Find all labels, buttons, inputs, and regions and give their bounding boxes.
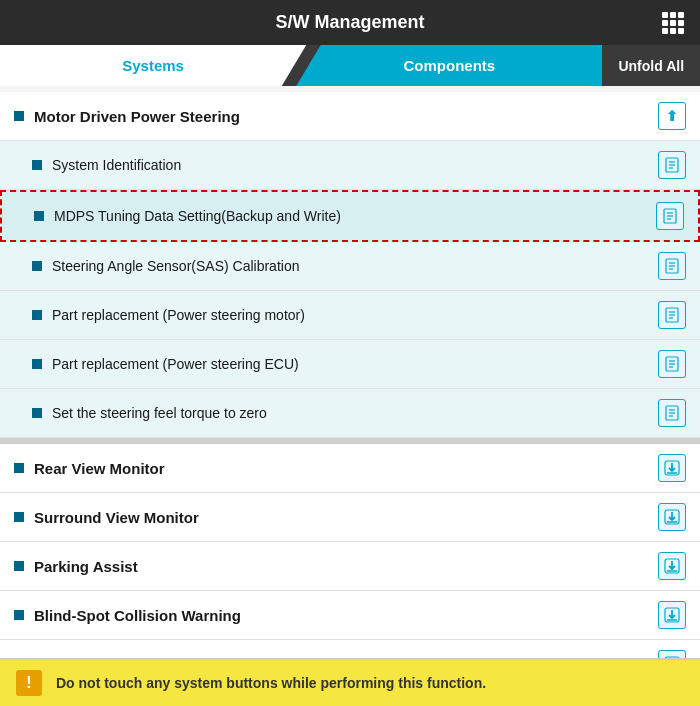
bullet-icon (32, 261, 42, 271)
item-label: MDPS Tuning Data Setting(Backup and Writ… (54, 208, 656, 224)
item-label: System Identification (52, 157, 658, 173)
list-item[interactable]: Blind-Spot Collision Warning (0, 591, 700, 640)
unfold-all-button[interactable]: Unfold All (602, 45, 700, 86)
item-label: Blind-Spot Collision Warning (34, 607, 658, 624)
warning-icon: ! (16, 670, 42, 696)
bullet-icon (14, 610, 24, 620)
item-label: Steering Angle Sensor(SAS) Calibration (52, 258, 658, 274)
doc-icon[interactable] (658, 399, 686, 427)
list-item[interactable]: Parking Assist (0, 542, 700, 591)
grid-icon[interactable] (662, 12, 684, 34)
item-label: Parking Assist (34, 558, 658, 575)
list-item[interactable]: Part replacement (Power steering ECU) (0, 340, 700, 389)
list-item[interactable]: Set the steering feel torque to zero (0, 389, 700, 438)
tab-bar: Systems Components Unfold All (0, 45, 700, 86)
download-icon[interactable] (658, 503, 686, 531)
bullet-icon (32, 310, 42, 320)
doc-icon[interactable] (658, 252, 686, 280)
download-icon[interactable] (658, 454, 686, 482)
tab-systems[interactable]: Systems (0, 45, 306, 86)
bullet-icon (32, 408, 42, 418)
list-item[interactable]: Part replacement (Power steering motor) (0, 291, 700, 340)
list-item[interactable]: Motor Driven Power Steering⬆ (0, 92, 700, 141)
item-label: Front View Camera (34, 656, 658, 659)
tab-components[interactable]: Components (296, 45, 602, 86)
item-label: Motor Driven Power Steering (34, 108, 658, 125)
svg-rect-36 (665, 657, 679, 658)
download-icon[interactable] (658, 552, 686, 580)
item-label: Set the steering feel torque to zero (52, 405, 658, 421)
bullet-icon (32, 359, 42, 369)
doc-icon[interactable] (658, 151, 686, 179)
bullet-icon (14, 111, 24, 121)
upload-icon[interactable]: ⬆ (658, 102, 686, 130)
list-item[interactable]: Rear View Monitor (0, 444, 700, 493)
item-label: Surround View Monitor (34, 509, 658, 526)
app-title: S/W Management (275, 12, 424, 33)
list-item[interactable]: Steering Angle Sensor(SAS) Calibration (0, 242, 700, 291)
list-item[interactable]: MDPS Tuning Data Setting(Backup and Writ… (0, 190, 700, 242)
bullet-icon (32, 160, 42, 170)
list-item[interactable]: Front View Camera (0, 640, 700, 658)
app-header: S/W Management (0, 0, 700, 45)
bullet-icon (14, 463, 24, 473)
doc-icon[interactable] (658, 350, 686, 378)
doc-icon[interactable] (656, 202, 684, 230)
item-label: Part replacement (Power steering motor) (52, 307, 658, 323)
list-item[interactable]: Surround View Monitor (0, 493, 700, 542)
download-icon[interactable] (658, 650, 686, 658)
app-container: S/W Management Systems Components Unfold… (0, 0, 700, 706)
download-icon[interactable] (658, 601, 686, 629)
doc-icon[interactable] (658, 301, 686, 329)
bullet-icon (14, 512, 24, 522)
warning-bar: ! Do not touch any system buttons while … (0, 658, 700, 706)
content-area[interactable]: Motor Driven Power Steering⬆System Ident… (0, 86, 700, 658)
bullet-icon (14, 561, 24, 571)
item-label: Part replacement (Power steering ECU) (52, 356, 658, 372)
warning-message: Do not touch any system buttons while pe… (56, 675, 486, 691)
list-item[interactable]: System Identification (0, 141, 700, 190)
bullet-icon (34, 211, 44, 221)
item-label: Rear View Monitor (34, 460, 658, 477)
